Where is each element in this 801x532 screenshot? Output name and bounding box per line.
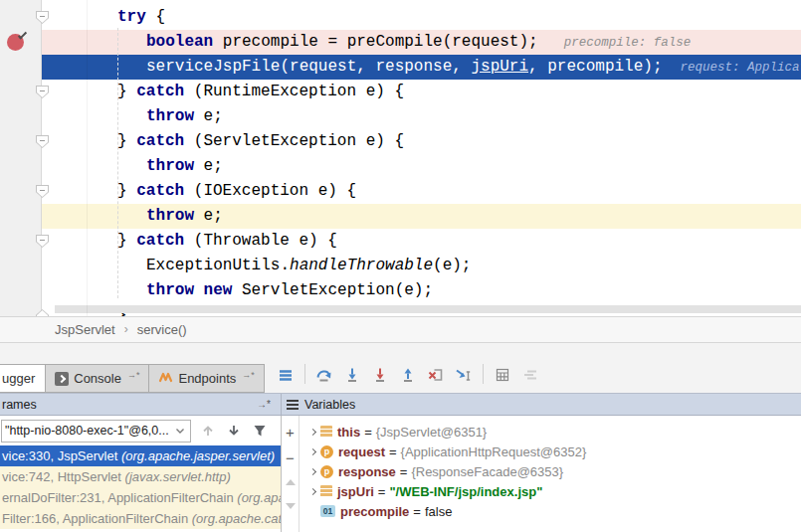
- fold-marker-icon[interactable]: [36, 86, 49, 98]
- local-variable-icon: [320, 485, 332, 497]
- previous-frame-icon[interactable]: [199, 422, 217, 440]
- variable-name: precompile: [340, 504, 409, 519]
- breadcrumb-method[interactable]: service(): [137, 317, 187, 342]
- fold-marker-icon[interactable]: [36, 309, 49, 316]
- frame-row[interactable]: vice:330, JspServlet (org.apache.jasper.…: [0, 445, 281, 466]
- code-editor[interactable]: try {boolean precompile = preCompile(req…: [0, 0, 801, 316]
- variables-title: Variables: [304, 398, 355, 412]
- fold-marker-icon[interactable]: [36, 235, 49, 248]
- move-up-icon[interactable]: [286, 479, 296, 485]
- gutter-divider: [87, 0, 88, 316]
- debugger-tab-bar: ugger Console →* Endpoints →*: [0, 360, 801, 393]
- fold-marker-icon[interactable]: [36, 185, 49, 198]
- run-to-cursor-icon[interactable]: [452, 363, 476, 387]
- variables-panel-header[interactable]: Variables: [282, 394, 801, 415]
- remove-watch-icon[interactable]: −: [283, 444, 299, 470]
- variable-value: "/WEB-INF/jsp/index.jsp": [389, 484, 542, 499]
- expand-chevron-icon[interactable]: [304, 469, 320, 474]
- code-line: } catch (ServletException e) {: [0, 129, 801, 154]
- param-variable-icon: p: [320, 465, 333, 478]
- variable-row[interactable]: jspUri="/WEB-INF/jsp/index.jsp": [300, 481, 801, 501]
- endpoints-icon: [158, 370, 173, 387]
- frame-row[interactable]: vice:742, HttpServlet (javax.servlet.htt…: [0, 466, 281, 487]
- equals-sign: =: [389, 444, 397, 459]
- variables-toolbar: + −: [282, 416, 300, 532]
- equals-sign: =: [400, 464, 408, 479]
- tab-console[interactable]: Console →*: [46, 364, 149, 393]
- code-line: } catch (Throwable e) {: [0, 229, 801, 254]
- variable-row[interactable]: 01precompile=false: [300, 501, 801, 521]
- code-line: throw e;: [0, 204, 801, 229]
- step-out-icon[interactable]: [396, 363, 420, 387]
- variable-value: false: [425, 504, 452, 519]
- tab-console-label: Console: [74, 371, 121, 386]
- force-step-into-icon[interactable]: [368, 363, 392, 387]
- param-variable-icon: p: [320, 445, 333, 458]
- tab-debugger-label: ugger: [2, 371, 35, 386]
- frames-panel-header[interactable]: rames →*: [0, 394, 282, 415]
- variable-row[interactable]: presponse={ResponseFacade@6353}: [300, 461, 801, 481]
- expand-chevron-icon[interactable]: [304, 489, 320, 494]
- code-lines: try {boolean precompile = preCompile(req…: [0, 0, 801, 316]
- tab-debugger[interactable]: ugger: [0, 364, 46, 393]
- frames-title: rames: [2, 398, 37, 412]
- variables-menu-icon[interactable]: [287, 400, 299, 410]
- next-frame-icon[interactable]: [225, 422, 243, 440]
- variable-name: jspUri: [337, 484, 374, 499]
- frame-list: vice:330, JspServlet (org.apache.jasper.…: [0, 445, 281, 529]
- frame-row[interactable]: Filter:166, ApplicationFilterChain (org.…: [0, 508, 281, 529]
- code-line: throw e;: [0, 154, 801, 179]
- code-line: throw new ServletException(e);: [0, 278, 801, 303]
- local-variable-icon: [320, 426, 332, 438]
- code-line: } catch (IOException e) {: [0, 179, 801, 204]
- expand-chevron-icon[interactable]: [304, 449, 320, 454]
- variable-name: request: [338, 444, 385, 459]
- ide-window: try {boolean precompile = preCompile(req…: [0, 0, 801, 532]
- code-line: throw e;: [0, 104, 801, 129]
- fold-marker-icon[interactable]: [36, 11, 49, 24]
- code-line: serviceJspFile(request, response, jspUri…: [0, 55, 801, 80]
- toolbar-separator: [483, 364, 484, 384]
- variable-value: {ApplicationHttpRequest@6352}: [401, 444, 587, 459]
- breadcrumb-class[interactable]: JspServlet: [55, 317, 115, 342]
- breadcrumb: JspServlet › service(): [0, 316, 801, 343]
- code-line: try {: [0, 5, 801, 30]
- variable-row[interactable]: this={JspServlet@6351}: [300, 422, 801, 442]
- layout-settings-icon[interactable]: [518, 363, 542, 387]
- fold-marker-icon[interactable]: [36, 135, 49, 148]
- variables-panel: + − this={JspServlet@6351}prequest={Appl…: [282, 416, 801, 532]
- thread-selector[interactable]: "http-nio-8080-exec-1"@6,0...: [1, 420, 191, 443]
- equals-sign: =: [378, 484, 386, 499]
- expand-chevron-icon[interactable]: [304, 430, 320, 435]
- drop-frame-icon[interactable]: [424, 363, 448, 387]
- equals-sign: =: [413, 504, 421, 519]
- code-line: ExceptionUtils.handleThrowable(e);: [0, 254, 801, 278]
- step-into-icon[interactable]: [340, 363, 364, 387]
- variable-list: this={JspServlet@6351}prequest={Applicat…: [300, 416, 801, 532]
- variable-name: response: [338, 464, 396, 479]
- add-watch-icon[interactable]: +: [283, 419, 299, 444]
- breakpoint-icon[interactable]: [7, 34, 24, 51]
- tab-endpoints[interactable]: Endpoints →*: [149, 364, 264, 393]
- code-line: } catch (RuntimeException e) {: [0, 80, 801, 104]
- variable-name: this: [337, 425, 360, 440]
- move-down-icon[interactable]: [286, 503, 296, 509]
- frames-panel: "http-nio-8080-exec-1"@6,0... vice:330, …: [0, 416, 282, 532]
- debug-window-top: [0, 343, 801, 360]
- tab-endpoints-label: Endpoints: [178, 371, 236, 386]
- panel-header-row: rames →* Variables: [0, 393, 801, 416]
- evaluate-expression-icon[interactable]: [491, 363, 514, 387]
- code-line: boolean precompile = preCompile(request)…: [0, 30, 801, 55]
- tab-drag-hint-icon: →*: [127, 370, 140, 380]
- frame-row[interactable]: ernalDoFilter:231, ApplicationFilterChai…: [0, 487, 281, 508]
- tab-drag-hint-icon: →*: [242, 370, 255, 380]
- equals-sign: =: [364, 425, 372, 440]
- horizontal-scrollbar[interactable]: [55, 305, 801, 313]
- step-over-icon[interactable]: [312, 363, 336, 387]
- filter-frames-icon[interactable]: [251, 422, 269, 440]
- primitive-variable-icon: 01: [320, 505, 335, 517]
- toolbar-separator: [304, 364, 305, 384]
- variable-row[interactable]: prequest={ApplicationHttpRequest@6352}: [300, 442, 801, 461]
- frames-toolbar: "http-nio-8080-exec-1"@6,0...: [0, 416, 281, 445]
- threads-menu-icon[interactable]: [274, 363, 298, 387]
